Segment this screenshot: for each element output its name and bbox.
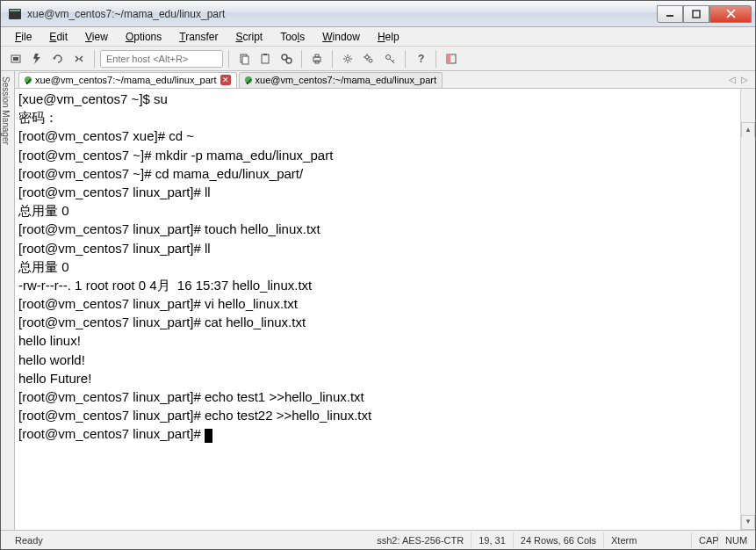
statusbar: Ready ssh2: AES-256-CTR 19, 31 24 Rows, … [1, 530, 755, 549]
paste-icon[interactable] [256, 49, 275, 69]
svg-rect-11 [263, 54, 267, 55]
app-icon [8, 7, 22, 21]
terminal[interactable]: [xue@vm_centos7 ~]$ su 密码： [root@vm_cent… [15, 89, 755, 530]
tab-label: xue@vm_centos7:~/mama_edu/linux_part [256, 75, 437, 85]
menu-edit[interactable]: Edit [42, 29, 75, 45]
svg-rect-9 [242, 56, 248, 64]
svg-rect-10 [262, 54, 269, 63]
tab-close-icon[interactable]: ✕ [220, 75, 231, 85]
status-protocol: ssh2: AES-256-CTR [370, 532, 472, 548]
sidebar-label: Session Manager [1, 76, 11, 145]
toolbar-separator [94, 50, 95, 68]
connect-icon[interactable] [6, 49, 25, 69]
svg-point-19 [369, 59, 372, 62]
toolbar: ? [1, 47, 755, 71]
copy-icon[interactable] [234, 49, 254, 69]
menu-window[interactable]: Window [315, 29, 367, 45]
status-cursor-pos: 19, 31 [472, 532, 514, 548]
status-ready: Ready [8, 532, 184, 548]
menu-help[interactable]: Help [371, 29, 407, 45]
cursor-icon [205, 429, 212, 443]
menu-transfer[interactable]: Transfer [172, 29, 225, 45]
tab-session-1[interactable]: ✓ xue@vm_centos7:~/mama_edu/linux_part ✕ [18, 72, 237, 88]
session-manager-sidebar[interactable]: Session Manager [1, 71, 15, 530]
app-window: xue@vm_centos7:~/mama_edu/linux_part Fil… [0, 0, 756, 550]
maximize-button[interactable] [683, 5, 709, 23]
svg-point-18 [365, 55, 369, 59]
connected-icon: ✓ [25, 76, 32, 83]
help-icon[interactable]: ? [411, 49, 430, 69]
tab-next-icon[interactable]: ▷ [741, 75, 748, 84]
key-icon[interactable] [380, 49, 400, 69]
status-dimensions: 24 Rows, 66 Cols [514, 532, 604, 548]
toolbar-separator [332, 50, 333, 68]
toggle-icon[interactable] [442, 49, 461, 69]
host-input[interactable] [100, 50, 223, 68]
close-button[interactable] [709, 5, 752, 23]
titlebar[interactable]: xue@vm_centos7:~/mama_edu/linux_part [1, 1, 755, 27]
scroll-up-icon[interactable]: ▲ [741, 122, 755, 137]
terminal-content: [xue@vm_centos7 ~]$ su 密码： [root@vm_cent… [18, 91, 371, 441]
tab-session-2[interactable]: ✓ xue@vm_centos7:~/mama_edu/linux_part [239, 72, 443, 88]
tab-label: xue@vm_centos7:~/mama_edu/linux_part [35, 75, 217, 85]
svg-rect-15 [315, 54, 319, 57]
print-icon[interactable] [307, 49, 327, 69]
menu-file[interactable]: File [8, 29, 39, 45]
session-options-icon[interactable] [359, 49, 378, 69]
settings-icon[interactable] [338, 49, 357, 69]
tabs-row: ✓ xue@vm_centos7:~/mama_edu/linux_part ✕… [15, 71, 755, 89]
scrollbar[interactable]: ▲ ▼ [740, 89, 755, 530]
svg-point-17 [346, 57, 349, 61]
menu-script[interactable]: Script [229, 29, 270, 45]
svg-rect-1 [10, 10, 20, 11]
svg-point-20 [386, 54, 391, 59]
status-num: NUM [718, 532, 748, 548]
quick-connect-icon[interactable] [27, 49, 47, 69]
menu-tools[interactable]: Tools [273, 29, 312, 45]
status-caps: CAP [692, 532, 718, 548]
disconnect-icon[interactable] [69, 49, 89, 69]
toolbar-separator [405, 50, 406, 68]
toolbar-separator [228, 50, 229, 68]
tab-prev-icon[interactable]: ◁ [729, 75, 736, 84]
find-icon[interactable] [277, 49, 296, 69]
reconnect-icon[interactable] [48, 49, 68, 69]
menu-view[interactable]: View [78, 29, 115, 45]
svg-point-13 [286, 58, 292, 63]
status-term-type: Xterm [604, 532, 692, 548]
svg-rect-7 [13, 57, 18, 61]
svg-text:?: ? [418, 53, 424, 65]
connected-icon: ✓ [245, 76, 252, 83]
svg-rect-23 [447, 54, 450, 63]
toolbar-separator [301, 50, 302, 68]
window-title: xue@vm_centos7:~/mama_edu/linux_part [27, 8, 657, 20]
svg-rect-3 [693, 11, 700, 18]
menu-options[interactable]: Options [119, 29, 169, 45]
menubar: File Edit View Options Transfer Script T… [1, 27, 755, 47]
scroll-down-icon[interactable]: ▼ [741, 515, 755, 530]
toolbar-separator [436, 50, 436, 68]
minimize-button[interactable] [657, 5, 683, 23]
